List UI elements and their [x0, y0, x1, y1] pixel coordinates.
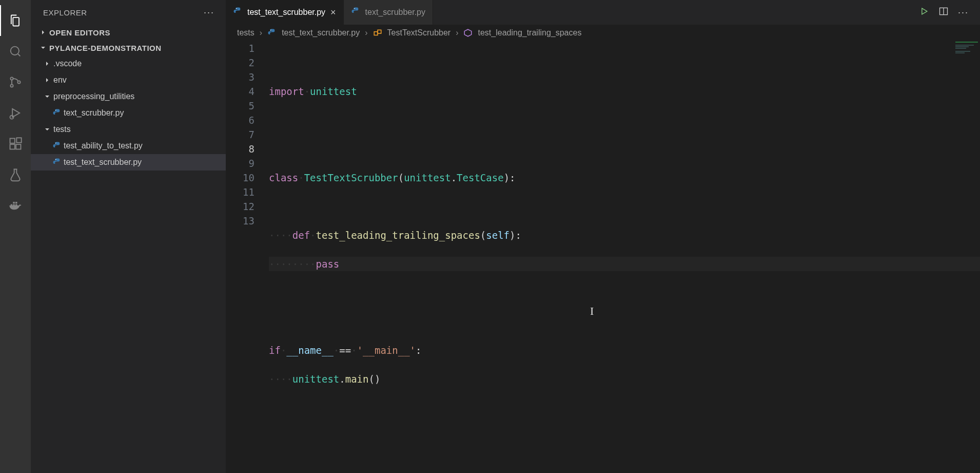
- tab-label: test_text_scrubber.py: [247, 8, 325, 17]
- sidebar-header: EXPLORER ···: [31, 0, 226, 25]
- line-number: 3: [226, 70, 254, 84]
- chevron-right-icon: [43, 60, 53, 68]
- tab-test-text-scrubber[interactable]: test_text_scrubber.py ×: [226, 0, 344, 25]
- tree-folder-preprocessing[interactable]: preprocessing_utilities: [31, 88, 226, 105]
- line-number: 1: [226, 41, 254, 55]
- svg-rect-5: [10, 139, 15, 143]
- svg-rect-12: [13, 202, 15, 204]
- run-icon[interactable]: [919, 6, 929, 18]
- python-file-icon: [233, 7, 242, 18]
- line-number: 4: [226, 84, 254, 99]
- more-actions-icon[interactable]: ···: [958, 7, 969, 18]
- sidebar: EXPLORER ··· OPEN EDITORS PYLANCE-DEMONS…: [31, 0, 226, 473]
- chevron-right-icon: [43, 76, 53, 84]
- chevron-right-icon: ›: [365, 28, 367, 37]
- docker-icon[interactable]: [0, 190, 31, 221]
- svg-point-14: [55, 110, 56, 111]
- breadcrumb-class[interactable]: TestTextScrubber: [387, 28, 451, 37]
- run-debug-icon[interactable]: [0, 98, 31, 128]
- chevron-right-icon: [39, 28, 49, 36]
- tab-label: text_scrubber.py: [365, 8, 425, 17]
- sidebar-title: EXPLORER: [43, 8, 87, 17]
- extensions-icon[interactable]: [0, 128, 31, 159]
- python-file-icon: [267, 28, 277, 38]
- svg-rect-13: [15, 202, 17, 204]
- explorer-icon[interactable]: [0, 5, 31, 36]
- line-number: 11: [226, 185, 254, 199]
- split-editor-icon[interactable]: [938, 6, 949, 18]
- chevron-right-icon: ›: [456, 28, 458, 37]
- open-editors-section[interactable]: OPEN EDITORS: [31, 25, 226, 40]
- svg-rect-8: [16, 138, 21, 142]
- python-file-icon: [52, 158, 64, 167]
- file-tree: .vscode env preprocessing_utilities text…: [31, 55, 226, 473]
- svg-rect-6: [10, 144, 15, 149]
- svg-rect-21: [374, 32, 378, 35]
- line-number: 2: [226, 55, 254, 70]
- tab-text-scrubber[interactable]: text_scrubber.py: [344, 0, 433, 25]
- file-label: test_ability_to_test.py: [64, 141, 143, 150]
- python-file-icon: [351, 7, 360, 18]
- chevron-down-icon: [43, 125, 53, 134]
- project-name: PYLANCE-DEMONSTRATION: [49, 44, 162, 52]
- breadcrumb-folder[interactable]: tests: [237, 28, 254, 37]
- code-content[interactable]: import·unittest class·TestTextScrubber(u…: [269, 41, 980, 473]
- folder-label: env: [53, 75, 67, 85]
- line-number: 8: [226, 142, 254, 156]
- tabbar: test_text_scrubber.py × text_scrubber.py…: [226, 0, 980, 25]
- svg-point-0: [11, 47, 19, 55]
- breadcrumbs[interactable]: tests › test_text_scrubber.py › TestText…: [226, 25, 980, 41]
- activity-bar: [0, 0, 31, 473]
- file-label: text_scrubber.py: [64, 108, 124, 118]
- tree-folder-tests[interactable]: tests: [31, 121, 226, 138]
- svg-point-15: [55, 143, 56, 144]
- breadcrumb-file[interactable]: test_text_scrubber.py: [282, 28, 360, 37]
- breadcrumb-method[interactable]: test_leading_trailing_spaces: [478, 28, 581, 37]
- svg-point-17: [236, 8, 237, 9]
- tree-file-text-scrubber[interactable]: text_scrubber.py: [31, 105, 226, 121]
- tree-folder-vscode[interactable]: .vscode: [31, 55, 226, 72]
- line-number: 5: [226, 99, 254, 113]
- method-icon: [463, 28, 473, 38]
- line-number: 9: [226, 156, 254, 171]
- line-number: 7: [226, 127, 254, 142]
- folder-label: .vscode: [53, 59, 82, 68]
- line-number: 13: [226, 214, 254, 228]
- close-icon[interactable]: ×: [330, 7, 336, 18]
- line-number: 6: [226, 113, 254, 127]
- open-editors-label: OPEN EDITORS: [49, 28, 110, 37]
- class-icon: [373, 28, 382, 38]
- tree-file-test-text-scrubber[interactable]: test_text_scrubber.py: [31, 154, 226, 171]
- file-label: test_text_scrubber.py: [64, 158, 142, 167]
- python-file-icon: [52, 108, 64, 118]
- text-cursor-icon: I: [590, 304, 594, 318]
- svg-point-2: [10, 84, 13, 87]
- svg-rect-22: [378, 30, 381, 34]
- source-control-icon[interactable]: [0, 67, 31, 98]
- folder-label: tests: [53, 125, 71, 134]
- minimap[interactable]: [953, 41, 980, 103]
- tabbar-actions: ···: [919, 0, 980, 25]
- testing-icon[interactable]: [0, 159, 31, 190]
- svg-point-16: [55, 159, 56, 160]
- svg-point-3: [17, 81, 20, 83]
- line-number: 10: [226, 171, 254, 185]
- chevron-down-icon: [43, 92, 53, 101]
- chevron-down-icon: [39, 44, 49, 52]
- project-section[interactable]: PYLANCE-DEMONSTRATION: [31, 40, 226, 55]
- line-number: 12: [226, 199, 254, 214]
- search-icon[interactable]: [0, 36, 31, 67]
- python-file-icon: [52, 141, 64, 150]
- sidebar-more-icon[interactable]: ···: [204, 7, 214, 18]
- tree-folder-env[interactable]: env: [31, 72, 226, 88]
- svg-rect-7: [16, 144, 21, 149]
- editor[interactable]: 1 2 3 4 5 6 7 8 9 10 11 12 13 import·uni…: [226, 41, 980, 473]
- tree-file-test-ability[interactable]: test_ability_to_test.py: [31, 138, 226, 154]
- line-number-gutter: 1 2 3 4 5 6 7 8 9 10 11 12 13: [226, 41, 269, 473]
- svg-point-18: [354, 8, 355, 9]
- svg-point-20: [270, 30, 271, 31]
- chevron-right-icon: ›: [260, 28, 262, 37]
- folder-label: preprocessing_utilities: [53, 92, 134, 101]
- editor-group: test_text_scrubber.py × text_scrubber.py…: [226, 0, 980, 473]
- svg-point-1: [10, 77, 13, 80]
